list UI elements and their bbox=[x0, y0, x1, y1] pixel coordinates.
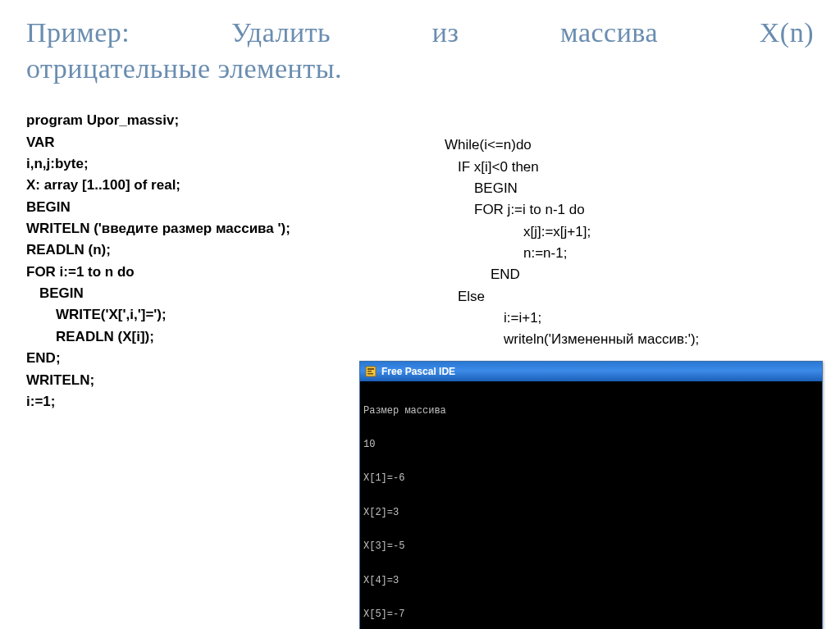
console-title-text: Free Pascal IDE bbox=[381, 366, 455, 377]
title-line-2: отрицательные элементы. bbox=[26, 51, 814, 87]
code-line: writeln('Измененный массив:'); bbox=[445, 329, 814, 350]
svg-rect-1 bbox=[368, 368, 374, 370]
code-line: x[j]:=x[j+1]; bbox=[445, 221, 814, 243]
code-line: Else bbox=[445, 286, 814, 308]
console-line: X[5]=-7 bbox=[363, 609, 819, 621]
console-line: 10 bbox=[363, 440, 819, 451]
code-line: WRITE('X[',i,']='); bbox=[26, 304, 379, 326]
code-line: READLN (X[i]); bbox=[26, 326, 379, 348]
code-line: END; bbox=[26, 348, 379, 369]
slide-title: Пример: Удалить из массива X(n) отрицате… bbox=[26, 15, 814, 87]
console-line: X[2]=3 bbox=[363, 508, 819, 519]
slide-container: Пример: Удалить из массива X(n) отрицате… bbox=[0, 0, 840, 629]
console-line: X[3]=-5 bbox=[363, 541, 819, 553]
code-line: i,n,j:byte; bbox=[26, 153, 379, 175]
code-line: i:=i+1; bbox=[445, 308, 814, 329]
code-line: FOR j:=i to n-1 do bbox=[445, 199, 814, 221]
code-line: VAR bbox=[26, 132, 379, 153]
code-line: While(i<=n)do bbox=[445, 134, 814, 156]
console-titlebar[interactable]: Free Pascal IDE bbox=[360, 362, 822, 381]
code-line: BEGIN bbox=[26, 197, 379, 218]
code-line: IF x[i]<0 then bbox=[445, 157, 814, 178]
code-line: BEGIN bbox=[445, 178, 814, 199]
title-line-1: Пример: Удалить из массива X(n) bbox=[26, 17, 814, 48]
code-line: n:=n-1; bbox=[445, 243, 814, 264]
code-line: X: array [1..100] of real; bbox=[26, 175, 379, 196]
code-line: WRITELN; bbox=[26, 370, 379, 391]
console-line: Размер массива bbox=[363, 406, 819, 417]
code-line: i:=1; bbox=[26, 391, 379, 412]
code-line: END bbox=[445, 264, 814, 285]
code-line: READLN (n); bbox=[26, 239, 379, 261]
code-line: program Upor_massiv; bbox=[26, 110, 379, 131]
console-line: X[4]=3 bbox=[363, 576, 819, 587]
console-window: Free Pascal IDE Размер массива 10 X[1]=-… bbox=[359, 361, 823, 629]
code-line: BEGIN bbox=[26, 283, 379, 304]
svg-rect-2 bbox=[368, 371, 372, 372]
code-left-column: program Upor_massiv; VAR i,n,j:byte; X: … bbox=[26, 110, 379, 412]
code-line: WRITELN ('введите размер массива '); bbox=[26, 218, 379, 239]
console-output: Размер массива 10 X[1]=-6 X[2]=3 X[3]=-5… bbox=[360, 381, 822, 629]
svg-rect-3 bbox=[368, 373, 373, 375]
code-line: FOR i:=1 to n do bbox=[26, 262, 379, 283]
console-line: X[1]=-6 bbox=[363, 473, 819, 485]
app-icon bbox=[365, 366, 377, 377]
